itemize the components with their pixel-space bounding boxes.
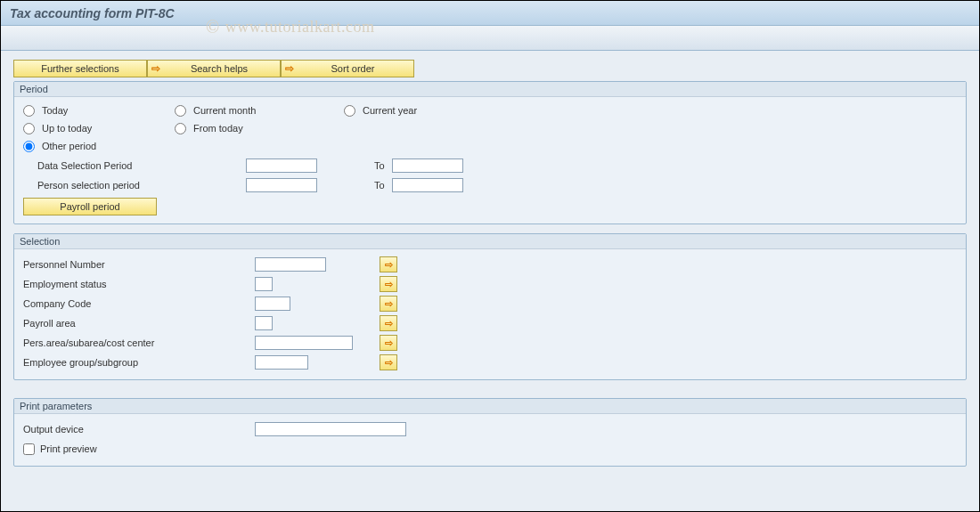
payroll-period-button[interactable]: Payroll period — [23, 198, 157, 215]
print-preview-label: Print preview — [40, 443, 97, 454]
radio-current-month-label: Current month — [193, 105, 256, 116]
personnel-number-multi-button[interactable]: ⇨ — [380, 256, 397, 272]
print-group-title: Print parameters — [14, 399, 966, 414]
employment-status-multi-button[interactable]: ⇨ — [380, 276, 397, 292]
data-selection-period-label: Data Selection Period — [23, 160, 246, 171]
pers-area-label: Pers.area/subarea/cost center — [23, 337, 255, 348]
arrow-right-icon: ⇨ — [385, 298, 393, 310]
radio-current-year[interactable]: Current year — [344, 105, 417, 117]
further-selections-button[interactable]: Further selections — [13, 60, 147, 77]
radio-from-today[interactable]: From today — [175, 123, 243, 134]
radio-other-period[interactable]: Other period — [23, 141, 96, 152]
print-parameters-group: Print parameters Output device Print pre… — [13, 398, 967, 467]
radio-today-label: Today — [42, 105, 68, 116]
person-selection-to-input[interactable] — [392, 178, 463, 192]
payroll-area-input[interactable] — [255, 316, 273, 330]
arrow-right-icon: ⇨ — [385, 357, 393, 369]
arrow-right-icon: ⇨ — [385, 337, 393, 349]
radio-up-to-today[interactable]: Up to today — [23, 123, 92, 134]
period-group: Period Today Current month Current year … — [13, 81, 967, 224]
arrow-right-icon: ⇨ — [285, 62, 294, 75]
action-button-row: Further selections ⇨ Search helps ⇨ Sort… — [13, 60, 967, 77]
arrow-right-icon: ⇨ — [385, 279, 393, 290]
radio-other-period-label: Other period — [42, 141, 96, 151]
company-code-input[interactable] — [255, 297, 290, 311]
period-group-title: Period — [14, 82, 966, 97]
arrow-right-icon: ⇨ — [151, 62, 160, 75]
company-code-multi-button[interactable]: ⇨ — [380, 296, 397, 312]
pers-area-input[interactable] — [255, 336, 353, 350]
personnel-number-label: Personnel Number — [23, 259, 255, 270]
radio-current-month[interactable]: Current month — [175, 105, 256, 117]
employment-status-input[interactable] — [255, 277, 273, 291]
employment-status-label: Employment status — [23, 279, 255, 289]
person-selection-period-label: Person selection period — [23, 180, 246, 191]
employee-group-label: Employee group/subgroup — [23, 357, 255, 368]
radio-current-year-label: Current year — [363, 105, 417, 116]
output-device-input[interactable] — [255, 422, 406, 436]
further-selections-label: Further selections — [41, 63, 118, 74]
radio-up-to-today-label: Up to today — [42, 123, 92, 134]
data-selection-to-input[interactable] — [392, 158, 463, 173]
payroll-period-label: Payroll period — [60, 201, 119, 212]
print-preview-checkbox[interactable]: Print preview — [23, 443, 97, 455]
search-helps-label: Search helps — [164, 63, 274, 74]
sort-order-label: Sort order — [298, 63, 408, 74]
output-device-label: Output device — [23, 424, 255, 435]
selection-group: Selection Personnel Number ⇨ Employment … — [13, 233, 967, 380]
search-helps-button[interactable]: ⇨ Search helps — [147, 60, 281, 77]
employee-group-input[interactable] — [255, 355, 308, 370]
arrow-right-icon: ⇨ — [385, 318, 393, 329]
radio-today[interactable]: Today — [23, 105, 68, 117]
data-selection-from-input[interactable] — [246, 158, 317, 173]
personnel-number-input[interactable] — [255, 257, 326, 272]
payroll-area-multi-button[interactable]: ⇨ — [380, 315, 397, 331]
toolbar-strip — [1, 26, 979, 51]
selection-group-title: Selection — [14, 234, 966, 249]
person-selection-from-input[interactable] — [246, 178, 317, 192]
sort-order-button[interactable]: ⇨ Sort order — [281, 60, 414, 77]
page-title: Tax accounting form PIT-8C — [1, 1, 979, 26]
pers-area-multi-button[interactable]: ⇨ — [380, 335, 397, 351]
arrow-right-icon: ⇨ — [385, 259, 393, 271]
payroll-area-label: Payroll area — [23, 318, 255, 329]
radio-from-today-label: From today — [193, 123, 243, 134]
employee-group-multi-button[interactable]: ⇨ — [380, 354, 397, 370]
company-code-label: Company Code — [23, 298, 255, 309]
to-label-1: To — [356, 160, 392, 171]
content-area: Further selections ⇨ Search helps ⇨ Sort… — [1, 51, 979, 511]
to-label-2: To — [356, 180, 392, 191]
